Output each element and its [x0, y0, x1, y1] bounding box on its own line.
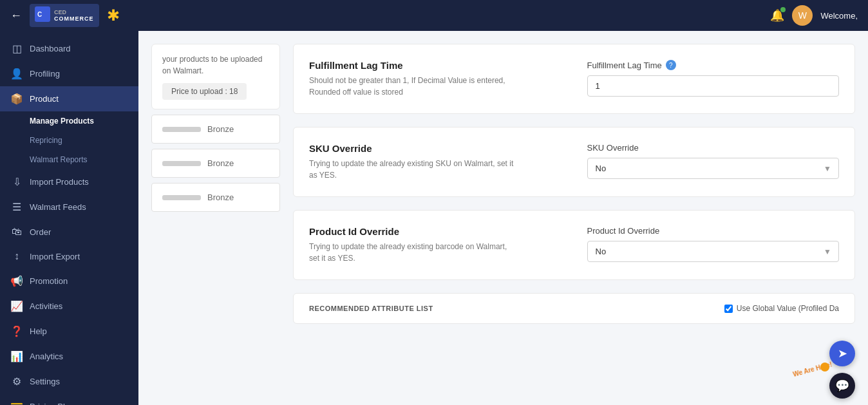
sidebar-sub-manage-products[interactable]: Manage Products — [0, 111, 138, 131]
bronze-item-3[interactable]: Bronze — [151, 183, 280, 212]
product-id-field-label: Product Id Override — [587, 226, 840, 236]
logo-icon: C — [35, 6, 50, 24]
use-global-value-checkbox[interactable] — [724, 305, 733, 313]
sidebar-item-label: Dashboard — [30, 44, 71, 53]
use-global-value-label[interactable]: Use Global Value (Profiled Da — [724, 304, 839, 313]
sidebar-item-product[interactable]: 📦 Product — [0, 86, 138, 111]
help-icon: ❓ — [10, 325, 23, 337]
fab-navigate-button[interactable]: ➤ — [829, 341, 855, 366]
main-content: your products to be uploaded on Walmart.… — [138, 31, 868, 405]
sidebar-item-import-products[interactable]: ⇩ Import Products — [0, 169, 138, 194]
sku-desc: Trying to update the already existing SK… — [309, 158, 515, 181]
analytics-icon: 📊 — [10, 350, 23, 363]
sku-title: SKU Override — [309, 143, 561, 154]
logo: C CED COMMERCE — [30, 4, 99, 27]
sidebar-item-activities[interactable]: 📈 Activities — [0, 294, 138, 319]
product-id-row: Product Id Override Trying to update the… — [309, 226, 839, 264]
notification-bell[interactable]: 🔔 — [770, 8, 784, 23]
left-panel: your products to be uploaded on Walmart.… — [151, 44, 280, 324]
recommended-title: RECOMMENDED ATTRIBUTE LIST — [309, 305, 433, 312]
sidebar-item-analytics[interactable]: 📊 Analytics — [0, 344, 138, 369]
dashboard-icon: ◫ — [10, 42, 23, 55]
sidebar-item-profiling[interactable]: 👤 Profiling — [0, 61, 138, 86]
import-export-icon: ↕ — [10, 250, 23, 262]
sku-right: SKU Override No Yes ▼ — [587, 143, 840, 179]
walmart-logo: ✱ — [107, 6, 120, 24]
fulfillment-desc: Should not be greater than 1, If Decimal… — [309, 75, 515, 98]
header-right: 🔔 W Welcome, — [770, 5, 858, 26]
product-id-left: Product Id Override Trying to update the… — [309, 226, 561, 264]
fab-chat-button[interactable]: 💬 — [829, 373, 855, 399]
sku-select-wrapper: No Yes ▼ — [587, 158, 840, 179]
sku-left: SKU Override Trying to update the alread… — [309, 143, 561, 181]
product-id-title: Product Id Override — [309, 226, 561, 237]
bronze-item-1[interactable]: Bronze — [151, 115, 280, 144]
logo-text: CED COMMERCE — [54, 9, 94, 22]
sidebar-item-help[interactable]: ❓ Help — [0, 319, 138, 344]
fulfillment-help-icon[interactable]: ? — [666, 60, 676, 70]
profiling-icon: 👤 — [10, 68, 23, 80]
fulfillment-lag-input[interactable] — [587, 75, 840, 97]
import-products-icon: ⇩ — [10, 176, 23, 188]
sidebar-item-label: Profiling — [30, 69, 60, 79]
fulfillment-right: Fulfillment Lag Time ? — [587, 60, 840, 97]
sku-field-label: SKU Override — [587, 143, 840, 153]
bronze-label: Bronze — [207, 124, 234, 134]
upload-price-section: your products to be uploaded on Walmart.… — [151, 44, 280, 109]
walmart-feeds-icon: ☰ — [10, 201, 23, 213]
sidebar-item-order[interactable]: 🛍 Order — [0, 220, 138, 244]
order-icon: 🛍 — [10, 226, 23, 238]
fulfillment-field-label: Fulfillment Lag Time ? — [587, 60, 840, 70]
sidebar-item-label: Help — [30, 326, 47, 336]
product-id-select-wrapper: No Yes ▼ — [587, 241, 840, 262]
sidebar-item-label: Import Products — [30, 177, 89, 187]
fulfillment-lag-section: Fulfillment Lag Time Should not be great… — [293, 44, 855, 114]
upload-text: your products to be uploaded on Walmart. — [162, 53, 269, 77]
svg-text:C: C — [37, 11, 42, 18]
sidebar-item-dashboard[interactable]: ◫ Dashboard — [0, 36, 138, 61]
promotion-icon: 📢 — [10, 275, 23, 287]
bronze-bar — [162, 195, 201, 200]
sidebar-item-label: Promotion — [30, 276, 68, 286]
sidebar-sub-repricing[interactable]: Repricing — [0, 131, 138, 150]
bronze-item-2[interactable]: Bronze — [151, 149, 280, 178]
product-id-override-section: Product Id Override Trying to update the… — [293, 210, 855, 280]
bronze-label: Bronze — [207, 158, 234, 168]
sku-override-section: SKU Override Trying to update the alread… — [293, 127, 855, 197]
price-to-upload: Price to upload : 18 — [162, 83, 247, 100]
avatar: W — [792, 5, 813, 26]
bronze-bar — [162, 127, 201, 132]
product-id-desc: Trying to update the already existing ba… — [309, 241, 515, 264]
sidebar-item-label: Analytics — [30, 352, 63, 361]
use-global-value-text: Use Global Value (Profiled Da — [737, 304, 839, 313]
sidebar-item-walmart-feeds[interactable]: ☰ Walmart Feeds — [0, 194, 138, 220]
pricing-plan-icon: 💳 — [10, 400, 23, 405]
content-wrapper: your products to be uploaded on Walmart.… — [151, 44, 855, 324]
main-layout: ◫ Dashboard 👤 Profiling 📦 Product Manage… — [0, 31, 868, 405]
sku-override-select[interactable]: No Yes — [587, 158, 840, 179]
sidebar-item-label: Walmart Feeds — [30, 202, 86, 212]
recommended-header: RECOMMENDED ATTRIBUTE LIST Use Global Va… — [309, 304, 839, 313]
bronze-bar — [162, 161, 201, 166]
product-id-override-select[interactable]: No Yes — [587, 241, 840, 262]
sidebar-item-import-export[interactable]: ↕ Import Export — [0, 244, 138, 268]
header-left: ← C CED COMMERCE ✱ — [10, 4, 120, 27]
sidebar-item-pricing-plan[interactable]: 💳 Pricing Plan — [0, 394, 138, 405]
app-header: ← C CED COMMERCE ✱ 🔔 W Welcome, — [0, 0, 868, 31]
sidebar-item-promotion[interactable]: 📢 Promotion — [0, 268, 138, 294]
sidebar-sub-walmart-reports[interactable]: Walmart Reports — [0, 150, 138, 169]
sku-row: SKU Override Trying to update the alread… — [309, 143, 839, 181]
product-icon: 📦 — [10, 93, 23, 105]
right-panel: Fulfillment Lag Time Should not be great… — [293, 44, 855, 324]
fulfillment-title: Fulfillment Lag Time — [309, 60, 561, 71]
sidebar-item-settings[interactable]: ⚙ Settings — [0, 369, 138, 394]
welcome-text: Welcome, — [820, 11, 858, 21]
sidebar-item-label: Import Export — [30, 252, 80, 261]
sidebar: ◫ Dashboard 👤 Profiling 📦 Product Manage… — [0, 31, 138, 405]
fulfillment-row: Fulfillment Lag Time Should not be great… — [309, 60, 839, 98]
activities-icon: 📈 — [10, 300, 23, 312]
sidebar-item-label: Activities — [30, 301, 62, 311]
back-button[interactable]: ← — [10, 9, 22, 23]
fulfillment-left: Fulfillment Lag Time Should not be great… — [309, 60, 561, 98]
sidebar-item-label: Order — [30, 227, 51, 237]
